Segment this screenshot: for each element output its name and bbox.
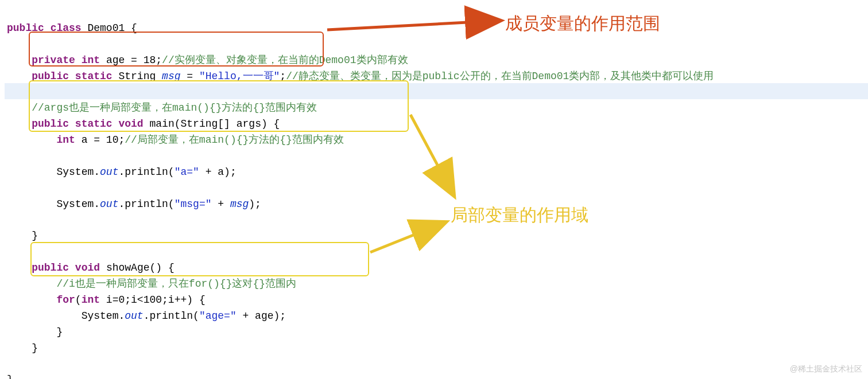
arrow-yellow-2-icon bbox=[0, 0, 868, 379]
svg-line-2 bbox=[370, 222, 445, 252]
watermark: @稀土掘金技术社区 bbox=[790, 363, 862, 376]
